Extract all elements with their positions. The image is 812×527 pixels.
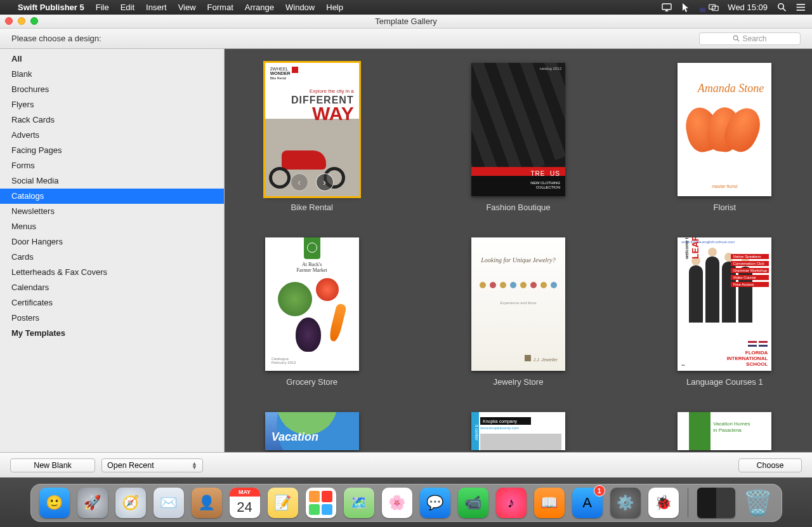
template-fashion-boutique[interactable]: catalog 2012 TREXUS NEW CLOTHINGCOLLECTI… (471, 63, 565, 212)
dock-app-trash[interactable]: 🗑️ (743, 488, 773, 518)
template-thumbnail: Amanda Stone master florist (678, 63, 771, 196)
dock-app-itunes[interactable]: ♪ (496, 488, 527, 518)
cursor-icon[interactable] (681, 3, 691, 13)
dock-app-appstore[interactable]: A1 (572, 488, 603, 518)
template-vacation[interactable]: www.paradisetravel.com Vacation (265, 412, 359, 450)
window-titlebar: Template Gallery (0, 15, 812, 29)
menu-edit[interactable]: Edit (121, 3, 134, 12)
template-bike-rental[interactable]: 2WHEELWONDERBike Rental Explore the city… (265, 63, 359, 212)
menu-format[interactable]: Format (207, 3, 233, 12)
template-grid[interactable]: 2WHEELWONDERBike Rental Explore the city… (225, 49, 812, 452)
template-thumbnail: it center Knopka company www.knopkacomp.… (471, 412, 565, 450)
dock-app-contacts[interactable]: 👤 (192, 488, 222, 518)
template-knopka[interactable]: it center Knopka company www.knopkacomp.… (471, 412, 565, 450)
dock-app-launchpad[interactable]: 🚀 (77, 488, 108, 518)
template-vacation-homes[interactable]: Vacation Homesin Pasadena (678, 412, 771, 450)
new-blank-button[interactable]: New Blank (10, 458, 95, 472)
menu-help[interactable]: Help (326, 3, 343, 12)
window-close-button[interactable] (5, 17, 13, 25)
airplay-icon[interactable] (662, 3, 672, 13)
template-thumbnail: At Buck'sFarmer Market CatalogueFebruary… (265, 237, 359, 371)
dock-app-maps[interactable]: 🗺️ (344, 488, 374, 518)
template-thumbnail: www.paradisetravel.com Vacation (265, 412, 359, 450)
sidebar-item-letterheads-fax-covers[interactable]: Letterheads & Fax Covers (0, 265, 224, 280)
page-nav-arrows: ‹ › (291, 173, 334, 191)
sidebar-item-menus[interactable]: Menus (0, 219, 224, 234)
sidebar-item-certificates[interactable]: Certificates (0, 295, 224, 310)
template-gallery-window: Template Gallery Please choose a design:… (0, 15, 812, 477)
window-traffic-lights (5, 17, 38, 25)
displays-icon[interactable] (709, 3, 719, 13)
template-jewelry-store[interactable]: Looking for Unique Jewelry? Experience a… (471, 237, 565, 387)
menu-window[interactable]: Window (285, 3, 315, 12)
menubar-clock[interactable]: Wed 15:09 (728, 3, 768, 12)
sidebar-item-blank[interactable]: Blank (0, 67, 224, 82)
search-field[interactable]: Search (699, 32, 801, 45)
dock-app-mail[interactable]: ✉️ (154, 488, 184, 518)
svg-point-3 (778, 4, 783, 9)
choose-button[interactable]: Choose (738, 458, 802, 472)
window-zoom-button[interactable] (30, 17, 38, 25)
sidebar-item-flyers[interactable]: Flyers (0, 97, 224, 112)
template-thumbnail: Looking for Unique Jewelry? Experience a… (471, 237, 565, 371)
sidebar-item-cards[interactable]: Cards (0, 250, 224, 265)
dock-app-preview-doc[interactable] (697, 488, 735, 518)
sidebar-item-brochures[interactable]: Brochures (0, 82, 224, 97)
template-grocery-store[interactable]: At Buck'sFarmer Market CatalogueFebruary… (265, 237, 359, 387)
sidebar-item-my-templates[interactable]: My Templates (0, 326, 224, 341)
template-caption: Bike Rental (291, 203, 332, 212)
template-caption: Grocery Store (286, 377, 337, 387)
dock-app-ibooks[interactable]: 📖 (534, 488, 565, 518)
spotlight-icon[interactable] (776, 3, 787, 13)
notification-center-icon[interactable] (796, 3, 806, 13)
prompt-label: Please choose a design: (11, 34, 102, 43)
dock-app-calendar[interactable]: MAY24 (230, 488, 260, 518)
svg-line-4 (783, 8, 785, 11)
dock-app-messages[interactable]: 💬 (420, 488, 450, 518)
dock-app-swiftpublisher[interactable]: 🐞 (648, 488, 679, 518)
sidebar-item-door-hangers[interactable]: Door Hangers (0, 234, 224, 250)
dock-app-notes[interactable]: 📝 (268, 488, 298, 518)
search-placeholder: Search (742, 34, 766, 43)
category-sidebar[interactable]: AllBlankBrochuresFlyersRack CardsAdverts… (0, 49, 225, 452)
sidebar-item-rack-cards[interactable]: Rack Cards (0, 112, 224, 128)
sidebar-item-facing-pages[interactable]: Facing Pages (0, 143, 224, 158)
search-icon (733, 35, 740, 42)
sidebar-item-posters[interactable]: Posters (0, 310, 224, 326)
open-recent-select[interactable]: Open Recent ▲▼ (102, 458, 203, 472)
svg-point-11 (734, 36, 738, 40)
chevron-updown-icon: ▲▼ (192, 462, 197, 469)
template-caption: Language Courses 1 (686, 377, 763, 387)
macos-menubar: Swift Publisher 5 File Edit Insert View … (0, 0, 812, 15)
dock-app-safari[interactable]: 🧭 (115, 488, 146, 518)
badge: 1 (594, 485, 605, 497)
dock-app-photos[interactable]: 🌸 (382, 488, 412, 518)
menu-insert[interactable]: Insert (146, 3, 167, 12)
sidebar-item-newsletters[interactable]: Newsletters (0, 204, 224, 219)
next-page-button[interactable]: › (316, 173, 334, 191)
sidebar-item-forms[interactable]: Forms (0, 158, 224, 173)
menu-arrange[interactable]: Arrange (245, 3, 274, 12)
sidebar-item-calendars[interactable]: Calendars (0, 280, 224, 295)
dock-app-reminders[interactable] (306, 488, 336, 518)
app-menu[interactable]: Swift Publisher 5 (18, 3, 84, 12)
menu-view[interactable]: View (178, 3, 196, 12)
dock-app-finder[interactable]: 🙂 (39, 488, 70, 518)
dock: 🙂🚀🧭✉️👤MAY24📝🗺️🌸💬📹♪📖A1⚙️🐞🗑️ (30, 484, 782, 522)
dock-separator (688, 488, 688, 517)
dock-app-facetime[interactable]: 📹 (458, 488, 488, 518)
prev-page-button[interactable]: ‹ (291, 173, 308, 191)
menu-file[interactable]: File (96, 3, 109, 12)
sidebar-item-catalogs[interactable]: Catalogs (0, 189, 224, 204)
svg-rect-0 (662, 4, 671, 10)
template-florist[interactable]: Amanda Stone master florist Florist (678, 63, 771, 212)
gallery-header: Please choose a design: Search (0, 29, 812, 49)
template-language-courses[interactable]: www.florida-english-school.com Native Sp… (678, 237, 771, 387)
dock-app-preferences[interactable]: ⚙️ (610, 488, 641, 518)
window-minimize-button[interactable] (18, 17, 25, 25)
sidebar-item-social-media[interactable]: Social Media (0, 173, 224, 189)
template-thumbnail: www.florida-english-school.com Native Sp… (678, 237, 771, 371)
sidebar-item-all[interactable]: All (0, 51, 224, 67)
template-caption: Fashion Boutique (486, 203, 550, 212)
sidebar-item-adverts[interactable]: Adverts (0, 128, 224, 143)
